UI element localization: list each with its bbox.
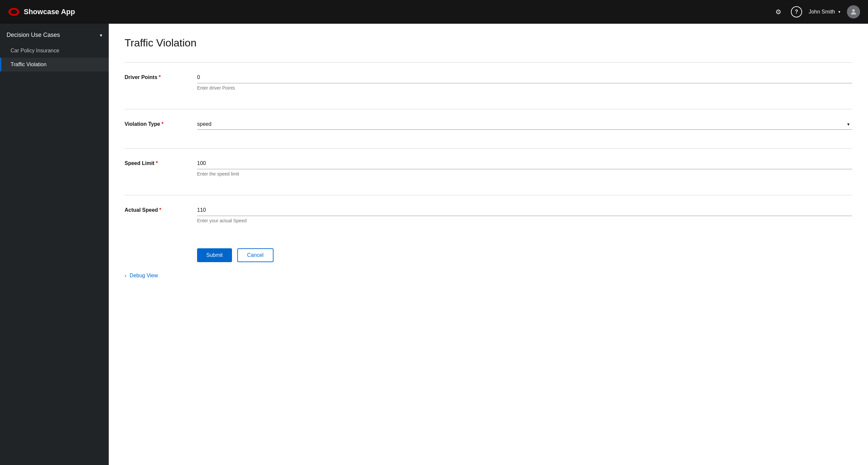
actual-speed-label-col: Actual Speed * <box>125 204 197 213</box>
user-dropdown-arrow: ▾ <box>838 9 840 14</box>
main-content: Traffic Violation Driver Points * Enter … <box>109 24 868 465</box>
settings-button[interactable]: ⚙ <box>772 6 784 18</box>
violation-type-field-col: speed parking reckless driving ▾ <box>197 119 852 130</box>
sidebar-item-traffic-violation[interactable]: Traffic Violation <box>0 58 109 71</box>
sidebar-chevron-down-icon: ▾ <box>100 33 102 38</box>
redhat-logo <box>8 7 20 16</box>
driver-points-input[interactable] <box>197 72 852 83</box>
user-menu[interactable]: John Smith ▾ <box>809 9 840 15</box>
driver-points-label-col: Driver Points * <box>125 72 197 80</box>
avatar[interactable] <box>847 5 860 19</box>
sidebar-item-car-policy-insurance[interactable]: Car Policy Insurance <box>0 44 109 58</box>
sidebar-item-label: Car Policy Insurance <box>10 48 59 53</box>
gear-icon: ⚙ <box>775 8 781 16</box>
debug-view-link[interactable]: Debug View <box>129 273 158 278</box>
driver-points-label: Driver Points * <box>125 74 197 80</box>
required-indicator: * <box>159 74 161 80</box>
actual-speed-section: Actual Speed * Enter your actual Speed <box>125 195 852 242</box>
speed-limit-row: Speed Limit * Enter the speed limit <box>125 158 852 176</box>
required-indicator: * <box>161 121 163 127</box>
cancel-button[interactable]: Cancel <box>237 248 274 262</box>
sidebar-nav: Car Policy Insurance Traffic Violation <box>0 41 109 74</box>
svg-point-2 <box>852 9 855 12</box>
required-indicator: * <box>156 160 158 166</box>
speed-limit-section: Speed Limit * Enter the speed limit <box>125 148 852 195</box>
driver-points-helper: Enter driver Points <box>197 85 852 91</box>
driver-points-row: Driver Points * Enter driver Points <box>125 72 852 91</box>
submit-button[interactable]: Submit <box>197 248 232 262</box>
svg-point-1 <box>10 9 18 14</box>
header-actions: ⚙ ? John Smith ▾ <box>772 5 860 19</box>
violation-type-select[interactable]: speed parking reckless driving <box>197 119 852 130</box>
violation-type-section: Violation Type * speed parking reckless … <box>125 109 852 148</box>
sidebar-section-label: Decision Use Cases <box>7 32 60 38</box>
violation-type-label-col: Violation Type * <box>125 119 197 127</box>
speed-limit-helper: Enter the speed limit <box>197 171 852 176</box>
actual-speed-helper: Enter your actual Speed <box>197 218 852 223</box>
user-name: John Smith <box>809 9 835 15</box>
driver-points-section: Driver Points * Enter driver Points <box>125 62 852 109</box>
sidebar: Decision Use Cases ▾ Car Policy Insuranc… <box>0 24 109 465</box>
avatar-icon <box>849 8 858 16</box>
driver-points-field-col: Enter driver Points <box>197 72 852 91</box>
app-title: Showcase App <box>24 7 75 16</box>
actual-speed-label: Actual Speed * <box>125 207 197 213</box>
brand: Showcase App <box>8 7 772 16</box>
violation-type-row: Violation Type * speed parking reckless … <box>125 119 852 130</box>
debug-expand-icon: › <box>125 273 126 278</box>
actual-speed-field-col: Enter your actual Speed <box>197 204 852 223</box>
speed-limit-input[interactable] <box>197 158 852 169</box>
actual-speed-input[interactable] <box>197 204 852 216</box>
speed-limit-label: Speed Limit * <box>125 160 197 166</box>
speed-limit-label-col: Speed Limit * <box>125 158 197 166</box>
page-title: Traffic Violation <box>125 37 852 49</box>
required-indicator: * <box>159 207 161 213</box>
debug-section: › Debug View <box>125 273 852 278</box>
help-icon: ? <box>795 9 798 15</box>
violation-type-select-wrapper: speed parking reckless driving ▾ <box>197 119 852 130</box>
sidebar-section-decision-use-cases[interactable]: Decision Use Cases ▾ <box>0 24 109 41</box>
app-body: Decision Use Cases ▾ Car Policy Insuranc… <box>0 24 868 465</box>
help-button[interactable]: ? <box>791 6 802 18</box>
form-actions: Submit Cancel <box>197 248 852 262</box>
sidebar-item-label: Traffic Violation <box>10 62 46 67</box>
app-header: Showcase App ⚙ ? John Smith ▾ <box>0 0 868 24</box>
actual-speed-row: Actual Speed * Enter your actual Speed <box>125 204 852 223</box>
speed-limit-field-col: Enter the speed limit <box>197 158 852 176</box>
violation-type-label: Violation Type * <box>125 121 197 127</box>
